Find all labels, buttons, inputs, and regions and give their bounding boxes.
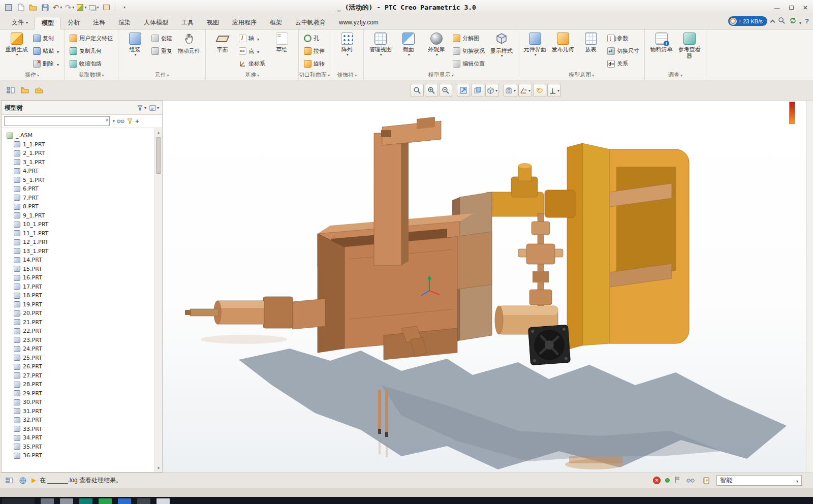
navigator-toggle-button[interactable] [4, 476, 14, 486]
toggle-status-button[interactable]: 切换状况 [450, 45, 487, 57]
tree-item[interactable]: 21.PRT [4, 318, 153, 327]
taskbar-item[interactable] [137, 498, 150, 504]
tree-filters-button[interactable] [137, 105, 146, 111]
zoom-out-button[interactable] [439, 84, 452, 97]
scroll-down-icon[interactable] [155, 464, 162, 471]
tree-item[interactable]: 23.PRT [4, 336, 153, 345]
display-style-button[interactable]: 显示样式 [487, 32, 515, 58]
new-file-button[interactable] [15, 2, 26, 13]
web-browser-toggle-button[interactable] [18, 476, 28, 486]
minimize-button[interactable] [772, 4, 781, 12]
tree-item[interactable]: 12_1.PRT [4, 238, 153, 247]
cylinder-arm-part[interactable] [185, 297, 325, 329]
sections-button[interactable]: 截面 [394, 32, 422, 57]
shrinkwrap-button[interactable]: 收缩包络 [67, 57, 115, 70]
tree-item[interactable]: 4.PRT [4, 167, 153, 176]
ribbon-tab[interactable]: 工具 [175, 16, 200, 29]
tree-item[interactable]: 28.PRT [4, 380, 153, 389]
create-button[interactable]: 创建 [149, 32, 175, 45]
group-label-model-intent[interactable]: 模型意图 [518, 70, 644, 80]
tree-item[interactable]: 30.PRT [4, 398, 153, 407]
tree-item[interactable]: 1_1.PRT [4, 140, 153, 149]
ribbon-tab[interactable]: 注释 [86, 16, 112, 29]
tree-item[interactable]: 22.PRT [4, 327, 153, 336]
udf-button[interactable]: 用户定义特征 [67, 32, 115, 45]
paste-button[interactable]: 粘贴 [30, 45, 61, 57]
tree-item[interactable]: _.ASM [4, 131, 153, 140]
tree-item[interactable]: 3_1.PRT [4, 158, 153, 167]
tree-scrollbar[interactable] [154, 128, 162, 472]
ribbon-tab[interactable]: 云中帆教育 [289, 16, 332, 29]
graphics-viewport[interactable] [163, 101, 813, 472]
tree-item[interactable]: 26.PRT [4, 362, 153, 371]
tree-item[interactable]: 8.PRT [4, 202, 153, 211]
tree-item[interactable]: 13_1.PRT [4, 247, 153, 256]
scrollbar-thumb[interactable] [156, 137, 161, 174]
ribbon-tab[interactable]: 文件 [5, 16, 35, 29]
tree-item[interactable]: 20.PRT [4, 309, 153, 318]
tree-item[interactable]: 32.PRT [4, 416, 153, 425]
tree-item[interactable]: 5_1.PRT [4, 176, 153, 185]
regenerate-quick-button[interactable] [76, 2, 87, 13]
upload-speed-badge[interactable]: ↑ 23 KB/s [728, 16, 767, 26]
tree-item[interactable]: 36.PRT [4, 451, 153, 460]
regenerate-button[interactable]: 重新生成 [3, 32, 30, 57]
edit-position-button[interactable]: 编辑位置 [450, 57, 487, 70]
folder-browser-button[interactable] [18, 84, 31, 97]
clear-search-icon[interactable] [105, 117, 109, 124]
help-button[interactable] [805, 17, 809, 25]
tree-item[interactable]: 2_1.PRT [4, 149, 153, 158]
copy-geometry-button[interactable]: 复制几何 [67, 45, 115, 57]
tree-item[interactable]: 16.PRT [4, 273, 153, 282]
tree-item[interactable]: 10_1.PRT [4, 220, 153, 229]
spin-center-button[interactable] [547, 84, 561, 97]
repeat-button[interactable]: 重复 [149, 45, 175, 57]
ribbon-tab[interactable]: 分析 [61, 16, 86, 29]
tree-item[interactable]: 25.PRT [4, 354, 153, 363]
sync-status-button[interactable] [789, 17, 801, 26]
group-label-investigate[interactable]: 调查 [645, 70, 706, 80]
parameters-button[interactable]: 参数 [605, 32, 642, 45]
model-tree-toggle-button[interactable] [4, 84, 17, 97]
minimize-ribbon-button[interactable] [770, 19, 775, 24]
switch-dimensions-button[interactable]: 切换尺寸 [605, 45, 642, 57]
favorites-button[interactable] [33, 84, 45, 97]
pattern-button[interactable]: 阵列 [333, 32, 361, 57]
selection-filter-select[interactable]: 智能 [716, 475, 802, 486]
motor-assembly-part[interactable] [483, 163, 575, 217]
save-button[interactable] [40, 2, 51, 13]
filter-funnel-button[interactable] [127, 118, 133, 124]
taskbar-item[interactable] [99, 498, 112, 504]
error-badge[interactable] [653, 477, 661, 484]
datum-plane-button[interactable]: 平面 [208, 32, 236, 54]
valve-assembly-part[interactable] [518, 213, 563, 318]
zoom-in-button[interactable] [425, 84, 438, 97]
group-label-datum[interactable]: 基准 [206, 70, 298, 80]
add-filter-button[interactable] [135, 117, 139, 125]
extrude-button[interactable]: 拉伸 [301, 45, 327, 57]
group-label-components[interactable]: 元件 [118, 70, 205, 80]
family-table-button[interactable]: 族表 [577, 32, 605, 54]
tree-item[interactable]: 33.PRT [4, 425, 153, 434]
tree-item[interactable]: 15.PRT [4, 265, 153, 274]
tree-item[interactable]: 24.PRT [4, 344, 153, 354]
tree-item[interactable]: 27.PRT [4, 371, 153, 381]
ribbon-tab[interactable]: 视图 [200, 16, 226, 29]
viewport-scrollbar[interactable] [806, 101, 813, 472]
tree-item[interactable]: 11_1.PRT [4, 229, 153, 238]
close-window-button[interactable] [101, 2, 112, 13]
drag-components-button[interactable]: 拖动元件 [175, 32, 203, 55]
group-label-cut-surface[interactable]: 切口和曲面 [299, 70, 330, 80]
tree-item[interactable]: 18.PRT [4, 291, 153, 300]
revolve-button[interactable]: 旋转 [301, 57, 327, 70]
undo-button[interactable] [52, 2, 63, 13]
zoom-button[interactable] [411, 84, 424, 97]
tree-settings-button[interactable] [149, 105, 159, 111]
bom-button[interactable]: 物料清单 [647, 32, 675, 54]
sketch-button[interactable]: 草绘 [268, 32, 296, 54]
hole-button[interactable]: 孔 [301, 32, 327, 45]
notebook-button[interactable] [701, 475, 712, 486]
manage-views-button[interactable]: 管理视图 [366, 32, 394, 57]
tree-item[interactable]: 14.PRT [4, 256, 153, 265]
group-label-get-data[interactable]: 获取数据 [65, 70, 118, 80]
